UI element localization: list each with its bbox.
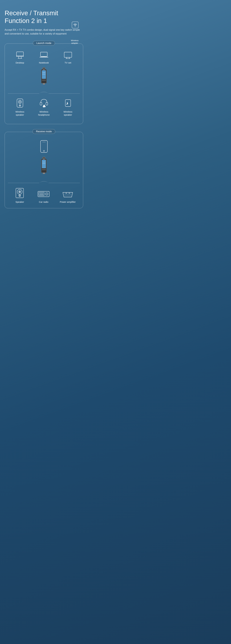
speaker-label: Speaker [15,200,24,204]
car-radio-icon [37,190,50,199]
svg-line-9 [66,57,67,58]
power-amplifier-label: Power amplifier [60,200,76,204]
svg-line-10 [69,57,70,58]
wireless-speaker-right-label: Wireless speaker [63,110,72,116]
svg-line-3 [21,56,21,58]
svg-point-47 [19,195,21,196]
svg-rect-20 [17,99,23,107]
device-item-desktop: Desktop [12,51,27,64]
launch-mode-label: Launch mode [33,41,55,46]
usb-device-receive-icon [38,157,49,178]
tv-label: TV set [64,61,71,64]
svg-rect-8 [64,52,72,57]
wireless-speaker-left-label: Wireless speaker [15,110,24,116]
svg-point-0 [75,26,75,26]
device-item-wireless-speaker-right: ♪ Wireless speaker [60,98,76,116]
device-item-wireless-headphone: ⁂ Wireless headphone [36,98,52,116]
svg-text:♪: ♪ [66,101,68,106]
desktop-label: Desktop [15,61,24,64]
svg-point-59 [69,193,70,194]
svg-point-22 [19,101,20,102]
music-cylinder-icon: ♪ [64,98,72,109]
svg-rect-35 [42,157,45,159]
svg-point-55 [46,194,47,194]
svg-rect-25 [40,102,42,105]
device-item-wireless-speaker-left: Wireless speaker [12,98,27,116]
svg-rect-41 [42,169,46,170]
svg-rect-14 [42,70,46,79]
launch-mode-box: Launch mode Desktop [4,44,83,124]
wifi-icon [73,23,77,27]
device-item-speaker: Speaker [12,188,27,204]
svg-point-40 [43,159,44,160]
svg-rect-50 [39,192,44,196]
svg-rect-6 [40,52,47,56]
center-usb-receive [8,157,80,178]
device-item-car-radio: Car radio [36,190,51,204]
center-usb-device [8,67,80,89]
device-item-tv: TV set [60,51,76,64]
svg-point-46 [19,192,20,192]
phone-center [8,140,80,155]
divider-receive [8,181,80,184]
launch-bottom-devices: Wireless speaker ⁂ Wireles [8,98,80,116]
amplifier-icon [62,190,74,199]
receive-mode-label: Receive mode [32,129,55,134]
svg-line-2 [18,56,19,58]
svg-rect-5 [16,56,23,56]
svg-rect-18 [42,80,46,81]
svg-rect-26 [46,102,48,105]
svg-rect-37 [42,160,46,168]
svg-rect-43 [16,188,23,198]
svg-rect-32 [40,140,47,152]
wifi-icon-box [72,22,78,28]
phone-icon [39,140,49,155]
receive-mode-box: Receive mode [4,132,83,208]
device-item-notebook: Notebook [36,51,52,64]
device-item-power-amplifier: Power amplifier [60,190,76,204]
speaker-large-icon [15,188,24,199]
svg-point-48 [19,195,20,196]
usb-device-launch-icon [38,67,49,89]
car-radio-label: Car radio [39,200,48,204]
svg-rect-12 [42,68,45,70]
headphone-icon: ⁂ [39,98,48,109]
svg-point-34 [43,150,44,152]
svg-rect-19 [43,83,45,84]
launch-top-devices: Desktop Notebook [8,51,80,64]
desktop-icon [16,51,24,60]
svg-point-21 [18,100,21,104]
tv-icon [64,51,72,60]
notebook-label: Notebook [39,61,49,64]
page-title: Receive / Transmit Function 2 in 1 [4,9,83,25]
svg-rect-42 [43,173,45,174]
receive-bottom-devices: Speaker Car radio [8,188,80,204]
laptop-icon [39,51,48,60]
speaker-icon [16,98,24,109]
svg-point-17 [43,69,44,70]
svg-point-24 [20,105,20,106]
divider-launch [8,92,80,95]
svg-point-58 [66,193,66,194]
description-text: Accept RX + TX TX combo design, dual sig… [4,28,83,36]
svg-point-54 [45,192,48,195]
wireless-headphone-label: Wireless headphone [38,110,50,116]
